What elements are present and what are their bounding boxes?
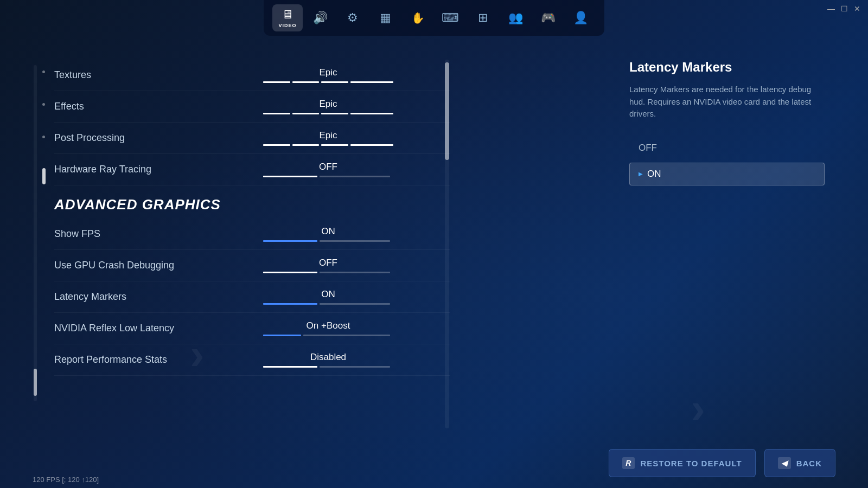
right-scrollbar-thumb	[445, 62, 449, 160]
slider-gpu-crash[interactable]	[263, 272, 393, 273]
left-scrollbar[interactable]	[34, 65, 37, 401]
seg-pp3	[321, 144, 348, 146]
setting-row-ray-tracing: Hardware Ray Tracing OFF	[54, 154, 450, 185]
dot-2	[42, 103, 45, 106]
seg-t3	[321, 81, 348, 83]
monitor-icon: 🖥	[282, 8, 293, 22]
control-report-perf[interactable]: Disabled	[206, 352, 450, 368]
top-navigation: 🖥 VIDEO 🔊 ⚙ ▦ ✋ ⌨ ⊞ 👥 🎮 👤	[264, 0, 604, 36]
seg-rt1	[263, 176, 317, 177]
value-report-perf: Disabled	[310, 352, 346, 363]
nav-icon-bar: 🖥 VIDEO 🔊 ⚙ ▦ ✋ ⌨ ⊞ 👥 🎮 👤	[264, 0, 604, 36]
setting-row-report-perf: Report Performance Stats Disabled	[54, 344, 450, 376]
value-ray-tracing: OFF	[319, 162, 337, 172]
seg-e1	[263, 113, 290, 114]
control-show-fps[interactable]: ON	[206, 226, 450, 242]
slider-effects[interactable]	[263, 113, 393, 114]
label-effects: Effects	[54, 101, 206, 112]
dot-3	[42, 136, 45, 138]
minimize-button[interactable]: —	[827, 4, 835, 13]
slider-textures[interactable]	[263, 81, 393, 83]
right-scrollbar[interactable]	[445, 60, 449, 428]
nav-icon-network[interactable]: ⊞	[468, 4, 498, 31]
seg-t1	[263, 81, 290, 83]
seg-e3	[321, 113, 348, 114]
dot-1	[42, 70, 45, 73]
back-button[interactable]: ◀ BACK	[764, 449, 835, 477]
option-off[interactable]: OFF	[629, 137, 825, 159]
right-panel-description: Latency Markers are needed for the laten…	[629, 84, 825, 120]
main-content: Textures Epic Effects Epic Post Processi	[54, 60, 450, 445]
value-post-processing: Epic	[319, 130, 337, 141]
seg-rt2	[320, 176, 390, 177]
back-label: BACK	[796, 459, 822, 468]
restore-default-button[interactable]: R RESTORE TO DEFAULT	[609, 449, 755, 477]
seg-nr2	[303, 335, 390, 336]
left-dots-nav	[42, 70, 46, 184]
nav-icon-settings[interactable]: ⚙	[337, 4, 368, 31]
restore-icon: R	[622, 457, 635, 469]
label-textures: Textures	[54, 69, 206, 81]
option-selected-arrow: ▶	[639, 171, 643, 177]
nav-icon-display[interactable]: ▦	[370, 4, 400, 31]
nav-icon-controller[interactable]: 🎮	[533, 4, 563, 31]
nav-icon-video[interactable]: 🖥 VIDEO	[272, 4, 303, 31]
label-post-processing: Post Processing	[54, 132, 206, 144]
seg-t4	[350, 81, 393, 83]
value-show-fps: ON	[321, 226, 335, 237]
slider-latency-markers[interactable]	[263, 303, 393, 305]
close-button[interactable]: ✕	[853, 4, 861, 13]
controller-icon: 🎮	[541, 11, 556, 25]
seg-t2	[292, 81, 320, 83]
chevron-deco-mid: ›	[190, 330, 205, 380]
control-nvidia-reflex[interactable]: On +Boost	[206, 320, 450, 336]
option-list: OFF ▶ ON	[629, 137, 825, 185]
audio-icon: 🔊	[313, 11, 328, 25]
control-effects[interactable]: Epic	[206, 99, 450, 114]
label-latency-markers: Latency Markers	[54, 291, 206, 303]
setting-row-nvidia-reflex: NVIDIA Reflex Low Latency On +Boost	[54, 313, 450, 344]
seg-gpu1	[263, 272, 317, 273]
control-post-processing[interactable]: Epic	[206, 130, 450, 146]
value-latency-markers: ON	[321, 289, 335, 300]
seg-fps2	[320, 240, 390, 242]
control-textures[interactable]: Epic	[206, 67, 450, 83]
maximize-button[interactable]: ☐	[840, 4, 848, 13]
slider-show-fps[interactable]	[263, 240, 393, 242]
label-nvidia-reflex: NVIDIA Reflex Low Latency	[54, 323, 206, 334]
seg-gpu2	[320, 272, 390, 273]
hand-icon: ✋	[411, 11, 425, 24]
control-latency-markers[interactable]: ON	[206, 289, 450, 305]
slider-post-processing[interactable]	[263, 144, 393, 146]
label-gpu-crash: Use GPU Crash Debugging	[54, 260, 206, 271]
label-show-fps: Show FPS	[54, 228, 206, 240]
profile-icon: 👤	[573, 11, 588, 25]
bottom-buttons: R RESTORE TO DEFAULT ◀ BACK	[609, 449, 835, 477]
slider-nvidia-reflex[interactable]	[263, 335, 393, 336]
gear-icon: ⚙	[347, 11, 358, 25]
nav-icon-social[interactable]: 👥	[500, 4, 531, 31]
slider-ray-tracing[interactable]	[263, 176, 393, 177]
value-nvidia-reflex: On +Boost	[307, 320, 350, 331]
control-gpu-crash[interactable]: OFF	[206, 258, 450, 273]
right-panel-title: Latency Markers	[629, 60, 825, 75]
nav-icon-audio[interactable]: 🔊	[305, 4, 335, 31]
display-icon: ▦	[380, 11, 391, 25]
control-ray-tracing[interactable]: OFF	[206, 162, 450, 177]
seg-pp2	[292, 144, 320, 146]
left-scrollbar-thumb	[34, 369, 37, 396]
value-textures: Epic	[319, 67, 337, 78]
chevron-deco-right: ›	[691, 384, 705, 434]
value-gpu-crash: OFF	[319, 258, 337, 268]
setting-row-post-processing: Post Processing Epic	[54, 123, 450, 154]
nav-icon-profile[interactable]: 👤	[565, 4, 596, 31]
slider-report-perf[interactable]	[263, 366, 393, 368]
nav-icon-accessibility[interactable]: ✋	[403, 4, 433, 31]
nav-icon-keyboard[interactable]: ⌨	[435, 4, 465, 31]
seg-lm1	[263, 303, 317, 305]
section-header-advanced: ADVANCED GRAPHICS	[54, 185, 450, 219]
window-controls: — ☐ ✕	[827, 4, 861, 13]
fps-counter: 120 FPS [; 120 ↑120]	[33, 476, 99, 484]
option-on[interactable]: ▶ ON	[629, 163, 825, 185]
setting-row-show-fps: Show FPS ON	[54, 219, 450, 250]
